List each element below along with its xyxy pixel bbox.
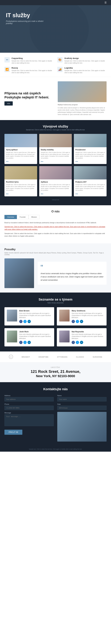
contact-section: Kontaktujte nás Address Phone Message PR… [0, 382, 111, 446]
prepare-title: Příprava na váš úspěch Poskytujte nejlep… [4, 92, 53, 99]
location-line1: 121 Rock Sreet, 21 Avenue, [4, 369, 107, 374]
brand-logo-1: BRANDIT [22, 356, 30, 358]
linkedin-icon-bob[interactable]: in [27, 320, 31, 323]
team-info-bob: Bob Brown Quis enim lobortis scelerisque… [19, 310, 52, 323]
about-section: O nás Overview Founder Mission Bravě je … [0, 205, 111, 244]
dev-card-link-poradenstvi[interactable]: více [75, 161, 78, 162]
facebook-icon-jonh[interactable]: f [19, 341, 22, 344]
twitter-icon-jonh[interactable]: t [23, 341, 27, 344]
testimonials-subtitle: Naše mnoho talentů vybraním lidí slouží … [4, 252, 107, 256]
contact-label-name: Name [57, 395, 107, 396]
testimonials-section: Posudky Naše mnoho talentů vybraním lidí… [0, 244, 111, 292]
tab-overview[interactable]: Overview [4, 215, 17, 219]
linkedin-icon-nat[interactable]: in [80, 341, 83, 344]
facebook-icon-bob[interactable]: f [19, 320, 22, 323]
graficky-icon: 🎨 [57, 57, 63, 62]
team-subtitle: Naše minuta zákaznická [4, 302, 107, 304]
team-grid: Bob Brown Quis enim lobortis scelerisque… [4, 307, 107, 346]
service-card-logistika: 🚚 Logistika Sample text. Click to select… [57, 67, 107, 74]
team-info-jonh: Jonh Rich Quis enim lobortis scelerisque… [19, 330, 52, 344]
team-info-nat: Nat Reynolds Quis enim lobortis sceleris… [72, 330, 104, 344]
dev-card-body-mobility: Služby mobility Sample text. Click to se… [39, 147, 72, 164]
dev-section: Vývojové služby Sample text. Click to se… [0, 120, 111, 205]
team-text-mary: Quis enim lobortis scelerisque elit ut a… [72, 312, 104, 319]
dev-card-img-mobility [39, 134, 72, 147]
dev-card-body-podpora: Podpora 24/7 Sample text. Click to selec… [74, 180, 107, 196]
contact-input-phone[interactable] [4, 406, 54, 410]
contact-field-date: Date [57, 403, 107, 410]
dev-card-img-poradenstvi [74, 134, 107, 147]
team-name-jonh: Jonh Rich [19, 330, 52, 333]
team-title: Seznamte se s týmem [4, 298, 107, 302]
facebook-icon-mary[interactable]: f [72, 320, 75, 323]
tab-founder[interactable]: Founder [17, 215, 29, 219]
team-avatar-nat [59, 330, 70, 342]
dev-card-link-mobility[interactable]: více [41, 161, 43, 162]
dev-card-link-rozsireni[interactable]: více [6, 193, 8, 194]
contact-right: Name Date [57, 395, 107, 442]
dev-card-mobility: Služby mobility Sample text. Click to se… [39, 134, 72, 164]
contact-input-address[interactable] [4, 397, 54, 402]
tab-mission[interactable]: Mission [29, 215, 40, 219]
team-socials-bob: f t in [19, 320, 52, 323]
team-info-mary: Mary Smithová Quis enim lobortis sceleri… [72, 310, 104, 323]
dev-card-poradenstvi: Poradenství Sample text. Click to select… [74, 134, 107, 164]
about-body: Bravě je inovativní webové řešení, které… [4, 222, 107, 238]
dev-card-body-rozsireni: Rozšíření týmu Sample text. Click to sel… [4, 180, 37, 196]
contact-field-address: Address [4, 395, 54, 402]
linkedin-icon-jonh[interactable]: in [27, 341, 31, 344]
prepare-image [58, 81, 107, 102]
service-card-rozvoj: 📶 Rozvoj Sample text. Click to select th… [4, 67, 54, 74]
brand-logo-4: CLASSIC [76, 356, 84, 358]
contact-label-phone: Phone [4, 403, 54, 405]
contact-input-message[interactable] [4, 414, 54, 426]
dev-card-text-mobility: Sample text. Click to select the text. C… [41, 152, 70, 159]
dev-footer-text: Zobrazit vše [52, 199, 59, 200]
twitter-icon-nat[interactable]: t [76, 341, 79, 344]
brand-logo-0: BR [9, 354, 13, 359]
svg-text:BR: BR [10, 356, 12, 358]
dev-card-rozsireni: Rozšíření týmu Sample text. Click to sel… [4, 166, 37, 196]
hero-title: IT služby [6, 12, 44, 18]
testimonial-layout: " Amet luctus venenatis lectus magna fri… [4, 258, 107, 288]
brands-section: BR BRANDIT DRAWTIME OTTOMANS CLASSIC Sun… [0, 352, 111, 362]
team-avatar-mary [59, 310, 70, 322]
twitter-icon-bob[interactable]: t [23, 320, 27, 323]
dev-card-link-vyvoj[interactable]: více [6, 161, 8, 162]
copywriting-icon: ✏ [4, 57, 10, 62]
hamburger-icon[interactable]: ☰ [105, 1, 107, 4]
graficky-content: Grafický design Sample text. Click to se… [64, 57, 107, 64]
dev-card-text-vyvoj: Sample text. Click to select the text. C… [6, 152, 36, 159]
team-card-nat: Nat Reynolds Quis enim lobortis sceleris… [57, 328, 107, 346]
contact-left: Address Phone Message PRICLIT SE [4, 395, 54, 442]
contact-field-name: Name [57, 395, 107, 402]
contact-submit-button[interactable]: PRICLIT SE [4, 430, 22, 435]
about-tabs: Overview Founder Mission [4, 215, 107, 219]
team-avatar-bob [7, 310, 17, 322]
prepare-right: Nejlépe hodnocený program In mollis vari… [58, 81, 107, 116]
graficky-title: Grafický design [64, 57, 107, 59]
contact-input-date[interactable] [57, 406, 107, 410]
testimonials-title: Posudky [4, 248, 107, 251]
prepare-more-button[interactable]: více [4, 101, 13, 106]
brand-logo-3: OTTOMANS [57, 356, 68, 358]
team-name-mary: Mary Smithová [72, 310, 104, 312]
dev-card-link-podpora[interactable]: více [75, 193, 78, 194]
dev-footer: Zobrazit vše [4, 198, 107, 201]
hero-content: IT služby Poskytujeme outsourcing pro ma… [0, 5, 50, 24]
dev-card-link-aplikace[interactable]: více [41, 193, 43, 194]
prepare-text: In mollis varius sed id semper in. Hendr… [58, 107, 107, 116]
team-socials-jonh: f t in [19, 341, 52, 344]
brand-logo-2: DRAWTIME [38, 356, 49, 358]
service-card-copywriting: ✏ Copywriting Sample text. Click to sele… [4, 57, 54, 64]
contact-layout: Address Phone Message PRICLIT SE Name Da… [4, 395, 107, 442]
facebook-icon-nat[interactable]: f [72, 341, 75, 344]
dev-card-img-rozsireni [4, 166, 37, 180]
team-socials-nat: f t in [72, 341, 104, 344]
contact-label-date: Date [57, 403, 107, 405]
contact-input-name[interactable] [57, 397, 107, 402]
twitter-icon-mary[interactable]: t [76, 320, 79, 323]
about-highlighted-link[interactable]: Sample text. Click to select the text bo… [4, 226, 105, 230]
testimonial-quote: Amet luctus venenatis lectus magna fring… [41, 272, 104, 282]
linkedin-icon-mary[interactable]: in [80, 320, 83, 323]
